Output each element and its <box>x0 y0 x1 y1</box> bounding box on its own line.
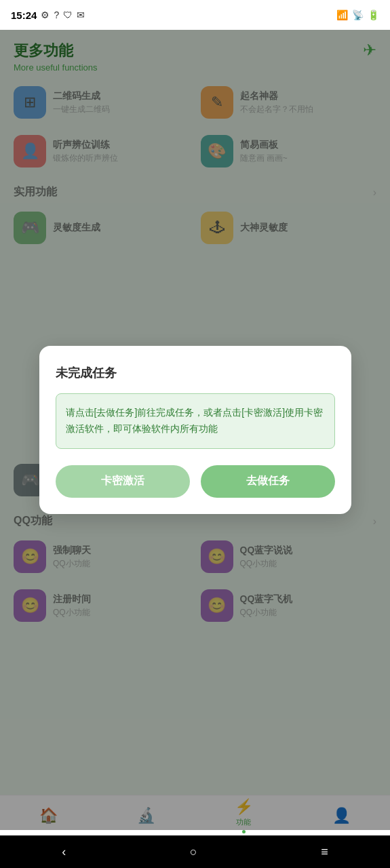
modal-title: 未完成任务 <box>56 365 335 381</box>
modal-buttons: 卡密激活 去做任务 <box>56 465 335 498</box>
menu-button[interactable]: ≡ <box>321 845 328 859</box>
question-icon: ? <box>54 9 59 20</box>
shield-icon: 🛡 <box>63 9 73 20</box>
status-time: 15:24 <box>11 9 37 21</box>
signal-icon: 📡 <box>352 9 364 20</box>
task-button[interactable]: 去做任务 <box>201 465 335 498</box>
battery-icon: 🔋 <box>368 9 379 20</box>
home-button[interactable]: ○ <box>190 845 197 859</box>
modal-message: 请点击[去做任务]前往完成任务，或者点击[卡密激活]使用卡密激活软件，即可体验软… <box>66 405 325 437</box>
wifi-icon: 📶 <box>336 9 348 20</box>
android-nav-bar: ‹ ○ ≡ <box>0 835 390 868</box>
modal-overlay: 未完成任务 请点击[去做任务]前往完成任务，或者点击[卡密激活]使用卡密激活软件… <box>0 30 390 830</box>
main-content: 更多功能 More useful functions ✈ ⊞ 二维码生成 一键生… <box>0 30 390 830</box>
status-bar: 15:24 ⚙ ? 🛡 ✉ 📶 📡 🔋 <box>0 0 390 30</box>
mail-icon: ✉ <box>77 9 85 20</box>
back-button[interactable]: ‹ <box>62 845 66 859</box>
gear-icon: ⚙ <box>41 9 50 20</box>
modal-dialog: 未完成任务 请点击[去做任务]前往完成任务，或者点击[卡密激活]使用卡密激活软件… <box>39 346 351 514</box>
activate-button[interactable]: 卡密激活 <box>56 465 190 498</box>
modal-message-box: 请点击[去做任务]前往完成任务，或者点击[卡密激活]使用卡密激活软件，即可体验软… <box>56 393 335 449</box>
nav-active-dot <box>242 830 246 833</box>
